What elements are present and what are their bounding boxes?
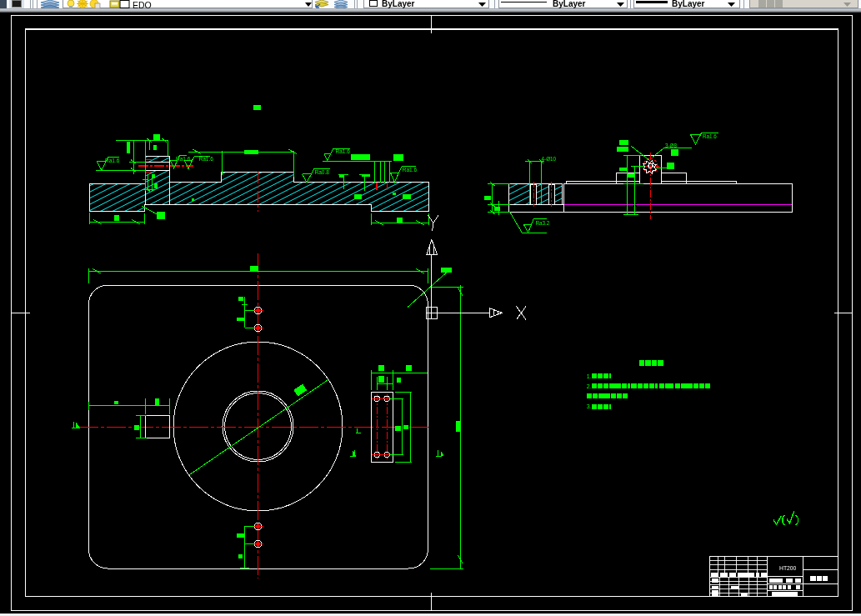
svg-text:4-Ø10: 4-Ø10: [542, 156, 557, 162]
svg-text:Ra1.6: Ra1.6: [176, 156, 191, 162]
svg-text:Ra1.6: Ra1.6: [703, 133, 717, 139]
svg-text:Ra1.6: Ra1.6: [403, 167, 418, 173]
svg-text:Ra3.2: Ra3.2: [536, 220, 550, 226]
svg-text:HT200: HT200: [779, 565, 797, 571]
svg-text:Ra1.6: Ra1.6: [336, 148, 351, 154]
svg-text:Ra1.6: Ra1.6: [105, 158, 120, 163]
svg-text:Ra0.8: Ra0.8: [315, 169, 330, 175]
svg-text:3.: 3.: [587, 403, 592, 409]
svg-text:Ra1.6: Ra1.6: [199, 156, 214, 162]
svg-text:1.: 1.: [587, 373, 592, 379]
svg-text:3-Ø8: 3-Ø8: [665, 143, 677, 148]
svg-text:2.: 2.: [587, 383, 592, 389]
